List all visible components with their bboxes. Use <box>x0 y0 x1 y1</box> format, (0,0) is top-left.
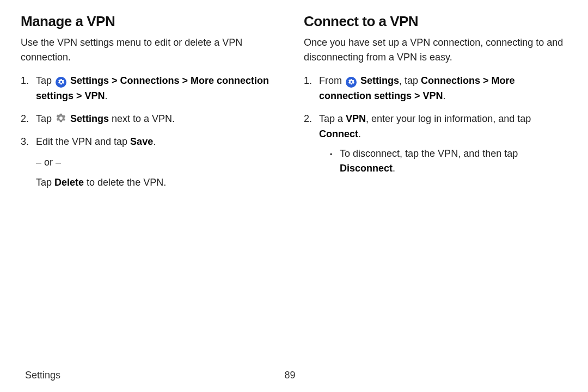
text: Tap <box>36 75 54 86</box>
settings-app-icon <box>346 77 357 88</box>
text: Tap <box>36 177 54 188</box>
or-text: – or – <box>36 155 284 170</box>
text: next to a VPN. <box>109 113 175 124</box>
left-steps: Tap Settings > Connections > More connec… <box>21 74 284 191</box>
text: , enter your log in information, and tap <box>366 113 531 124</box>
period: . <box>393 163 395 174</box>
right-column: Connect to a VPN Once you have set up a … <box>304 13 567 198</box>
bold-text: Settings <box>70 113 109 124</box>
left-column: Manage a VPN Use the VPN settings menu t… <box>21 13 284 198</box>
text: Tap a <box>319 113 346 124</box>
page-footer: Settings 89 <box>0 370 588 381</box>
bold-text: Settings <box>360 75 399 86</box>
period: . <box>105 90 108 101</box>
period: . <box>358 128 361 139</box>
right-step-2: Tap a VPN, enter your log in information… <box>304 112 567 177</box>
bold-text: Connect <box>319 128 358 139</box>
period: . <box>153 136 156 147</box>
text: From <box>319 75 345 86</box>
settings-app-icon <box>56 77 66 88</box>
settings-cog-icon <box>56 113 66 124</box>
text: Edit the VPN and tap <box>36 136 130 147</box>
left-step-2: Tap Settings next to a VPN. <box>21 112 284 127</box>
right-intro: Once you have set up a VPN connection, c… <box>304 35 567 65</box>
right-steps: From Settings, tap Connections > More co… <box>304 74 567 176</box>
page-columns: Manage a VPN Use the VPN settings menu t… <box>21 13 567 198</box>
bold-text: Settings > Connections > More connection… <box>36 75 269 101</box>
left-step-3: Edit the VPN and tap Save. – or – Tap De… <box>21 134 284 191</box>
right-heading: Connect to a VPN <box>304 13 567 30</box>
text: , tap <box>399 75 421 86</box>
sub-bullets: To disconnect, tap the VPN, and then tap… <box>319 146 567 177</box>
footer-page-number: 89 <box>17 370 563 381</box>
alt-text: Tap Delete to delete the VPN. <box>36 175 284 191</box>
bold-text: Save <box>130 136 153 147</box>
bold-text: VPN <box>346 113 366 124</box>
left-intro: Use the VPN settings menu to edit or del… <box>21 35 284 65</box>
bold-text: Disconnect <box>340 163 393 174</box>
period: . <box>443 90 446 101</box>
bold-text: Delete <box>54 177 84 188</box>
left-heading: Manage a VPN <box>21 13 284 30</box>
text: to delete the VPN. <box>84 177 166 188</box>
bullet-item: To disconnect, tap the VPN, and then tap… <box>330 146 567 177</box>
left-step-1: Tap Settings > Connections > More connec… <box>21 74 284 104</box>
text: To disconnect, tap the VPN, and then tap <box>340 148 518 159</box>
right-step-1: From Settings, tap Connections > More co… <box>304 74 567 104</box>
text: Tap <box>36 113 54 124</box>
